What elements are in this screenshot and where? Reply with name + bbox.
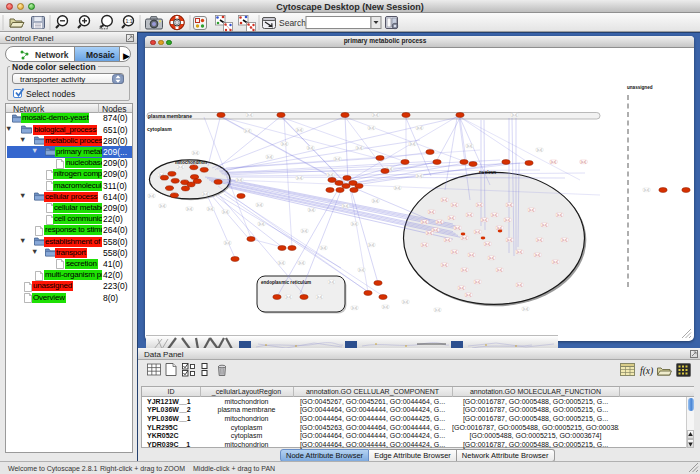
svg-text:[x-x]: [x-x]: [475, 230, 481, 234]
svg-text:[x-x]: [x-x]: [395, 186, 401, 190]
svg-text:[x-x]: [x-x]: [329, 280, 335, 284]
svg-text:[x-x]: [x-x]: [279, 261, 285, 265]
svg-text:[x-x]: [x-x]: [321, 246, 327, 250]
svg-text:[x-x]: [x-x]: [462, 236, 468, 240]
svg-text:[x-x]: [x-x]: [507, 238, 513, 242]
svg-text:Search:: Search:: [279, 18, 308, 28]
svg-text:[x-x]: [x-x]: [357, 146, 363, 150]
svg-text:[x-x]: [x-x]: [308, 146, 314, 150]
svg-text:[x-x]: [x-x]: [193, 151, 199, 155]
svg-text:[x-x]: [x-x]: [422, 220, 428, 224]
svg-text:[x-x]: [x-x]: [467, 144, 473, 148]
svg-text:[x-x]: [x-x]: [542, 223, 548, 227]
svg-text:[x-x]: [x-x]: [466, 293, 472, 297]
svg-text:[x-x]: [x-x]: [302, 229, 308, 233]
svg-text:plasma membrane: plasma membrane: [148, 113, 192, 119]
svg-text:[x-x]: [x-x]: [644, 188, 650, 192]
svg-text:[x-x]: [x-x]: [497, 268, 503, 272]
svg-text:[x-x]: [x-x]: [469, 253, 475, 257]
svg-text:[x-x]: [x-x]: [343, 204, 349, 208]
svg-text:[x-x]: [x-x]: [410, 142, 416, 146]
svg-text:[x-x]: [x-x]: [505, 218, 511, 222]
svg-text:[x-x]: [x-x]: [267, 155, 273, 159]
svg-text:[x-x]: [x-x]: [435, 308, 441, 312]
svg-text:[x-x]: [x-x]: [442, 198, 448, 202]
svg-text:[x-x]: [x-x]: [581, 160, 587, 164]
svg-text:[x-x]: [x-x]: [455, 226, 461, 230]
svg-text:[x-x]: [x-x]: [452, 203, 458, 207]
svg-text:[x-x]: [x-x]: [286, 295, 292, 299]
svg-text:unassigned: unassigned: [627, 85, 653, 90]
svg-text:[x-x]: [x-x]: [203, 192, 209, 196]
svg-text:[x-x]: [x-x]: [492, 213, 498, 217]
svg-text:[x-x]: [x-x]: [537, 148, 543, 152]
svg-text:[x-x]: [x-x]: [403, 300, 409, 304]
svg-text:[x-x]: [x-x]: [335, 157, 341, 161]
svg-text:[x-x]: [x-x]: [507, 203, 513, 207]
svg-text:[x-x]: [x-x]: [352, 306, 358, 310]
svg-text:[x-x]: [x-x]: [482, 218, 488, 222]
svg-text:[x-x]: [x-x]: [417, 174, 423, 178]
svg-text:[x-x]: [x-x]: [551, 160, 557, 164]
svg-text:[x-x]: [x-x]: [449, 216, 455, 220]
svg-text:[x-x]: [x-x]: [257, 203, 263, 207]
svg-text:[x-x]: [x-x]: [452, 250, 458, 254]
svg-text:[x-x]: [x-x]: [245, 129, 251, 133]
svg-text:[x-x]: [x-x]: [383, 305, 389, 309]
svg-text:[x-x]: [x-x]: [459, 286, 465, 290]
svg-text:[x-x]: [x-x]: [237, 178, 243, 182]
svg-text:cytoplasm: cytoplasm: [147, 126, 172, 132]
svg-text:[x-x]: [x-x]: [477, 203, 483, 207]
svg-text:[x-x]: [x-x]: [259, 222, 265, 226]
svg-text:[x-x]: [x-x]: [373, 113, 379, 117]
svg-text:[x-x]: [x-x]: [529, 208, 535, 212]
svg-text:[x-x]: [x-x]: [445, 238, 451, 242]
svg-text:[x-x]: [x-x]: [535, 253, 541, 257]
svg-text:[x-x]: [x-x]: [497, 226, 503, 230]
svg-text:[x-x]: [x-x]: [553, 260, 559, 264]
svg-text:[x-x]: [x-x]: [562, 238, 568, 242]
svg-text:[x-x]: [x-x]: [437, 220, 443, 224]
svg-text:[x-x]: [x-x]: [282, 142, 288, 146]
svg-text:[x-x]: [x-x]: [149, 194, 155, 198]
svg-text:[x-x]: [x-x]: [369, 126, 375, 130]
svg-text:[x-x]: [x-x]: [299, 261, 305, 265]
svg-text:[x-x]: [x-x]: [187, 207, 193, 211]
svg-text:[x-x]: [x-x]: [429, 210, 435, 214]
svg-text:[x-x]: [x-x]: [223, 210, 229, 214]
svg-text:[x-x]: [x-x]: [517, 283, 523, 287]
svg-text:[x-x]: [x-x]: [225, 241, 231, 245]
svg-text:[x-x]: [x-x]: [247, 113, 253, 117]
svg-text:[x-x]: [x-x]: [475, 280, 481, 284]
svg-text:[x-x]: [x-x]: [417, 126, 423, 130]
svg-text:[x-x]: [x-x]: [328, 173, 334, 177]
svg-text:1:1: 1:1: [125, 18, 132, 24]
svg-text:[x-x]: [x-x]: [523, 307, 529, 311]
svg-text:[x-x]: [x-x]: [359, 268, 365, 272]
svg-text:[x-x]: [x-x]: [517, 250, 523, 254]
svg-text:[x-x]: [x-x]: [557, 213, 563, 217]
svg-text:[x-x]: [x-x]: [352, 222, 358, 226]
svg-text:[x-x]: [x-x]: [489, 256, 495, 260]
svg-text:[x-x]: [x-x]: [317, 295, 323, 299]
svg-text:[x-x]: [x-x]: [427, 231, 433, 235]
svg-text:[x-x]: [x-x]: [178, 165, 184, 169]
svg-text:[x-x]: [x-x]: [160, 204, 166, 208]
svg-text:[x-x]: [x-x]: [462, 268, 468, 272]
svg-text:[x-x]: [x-x]: [297, 176, 303, 180]
svg-text:[x-x]: [x-x]: [422, 243, 428, 247]
svg-text:[x-x]: [x-x]: [369, 243, 375, 247]
svg-text:[x-x]: [x-x]: [467, 213, 473, 217]
svg-text:[x-x]: [x-x]: [537, 238, 543, 242]
svg-text:[x-x]: [x-x]: [208, 207, 214, 211]
svg-text:[x-x]: [x-x]: [373, 199, 379, 203]
svg-text:[x-x]: [x-x]: [433, 228, 439, 232]
svg-text:[x-x]: [x-x]: [442, 263, 448, 267]
svg-text:[x-x]: [x-x]: [297, 128, 303, 132]
svg-text:[x-x]: [x-x]: [512, 113, 518, 117]
svg-text:[x-x]: [x-x]: [309, 208, 315, 212]
svg-text:f(x): f(x): [640, 366, 653, 377]
svg-text:[x-x]: [x-x]: [485, 242, 491, 246]
